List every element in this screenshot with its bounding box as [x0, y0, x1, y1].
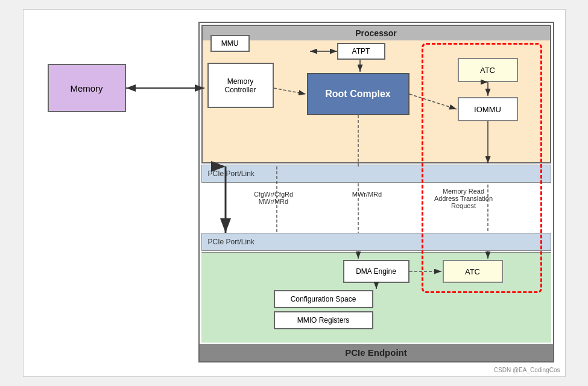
- mmio-registers-label: MMIO Registers: [297, 316, 350, 324]
- atc-top-label: ATC: [480, 66, 495, 75]
- mmio-registers-box: MMIO Registers: [274, 311, 373, 329]
- annotation-right: Memory ReadAddress Translation Request: [425, 188, 503, 209]
- memory-label: Memory: [70, 83, 103, 93]
- config-space-label: Configuration Space: [291, 295, 356, 303]
- mmu-box: MMU: [210, 35, 250, 52]
- atpt-label: ATPT: [352, 47, 370, 55]
- iommu-label: IOMMU: [474, 105, 501, 114]
- root-complex-label: Root Complex: [325, 89, 390, 100]
- atc-top-box: ATC: [458, 58, 518, 82]
- root-complex-box: Root Complex: [307, 73, 409, 115]
- annotation-left: CfgWr/CfgRdMWr/MRd: [244, 191, 304, 205]
- dma-engine-label: DMA Engine: [356, 267, 396, 276]
- pcie-port-bottom-label: PCIe Port/Link: [208, 238, 254, 246]
- annotation-middle: MWr/MRd: [343, 191, 391, 198]
- pcie-port-bottom: PCIe Port/Link: [201, 233, 551, 251]
- memory-box: Memory: [48, 64, 126, 112]
- memory-controller-box: MemoryController: [207, 63, 274, 108]
- config-space-box: Configuration Space: [274, 290, 373, 308]
- watermark: CSDN @EA_CodingCos: [494, 367, 560, 373]
- iommu-box: IOMMU: [458, 97, 518, 121]
- memory-controller-label: MemoryController: [224, 77, 256, 94]
- pcie-port-top: PCIe Port/Link: [201, 165, 551, 183]
- pcie-endpoint-label: PCIe Endpoint: [200, 344, 553, 361]
- atc-bottom-label: ATC: [465, 267, 480, 276]
- atpt-box: ATPT: [337, 43, 385, 60]
- pcie-port-top-label: PCIe Port/Link: [208, 169, 254, 178]
- dma-engine-box: DMA Engine: [343, 260, 409, 283]
- mmu-label: MMU: [221, 39, 239, 48]
- atc-bottom-box: ATC: [443, 260, 503, 283]
